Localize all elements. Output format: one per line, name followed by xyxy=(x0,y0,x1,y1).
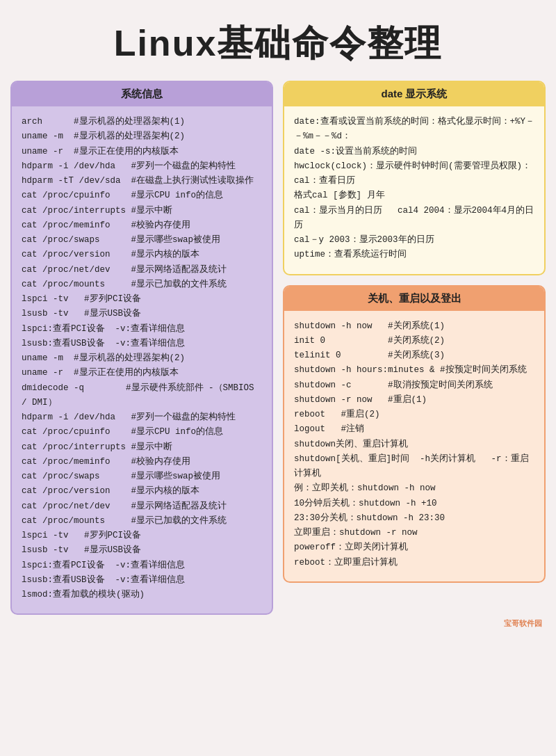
system-info-content: arch #显示机器的处理器架构(1) uname -m #显示机器的处理器架构… xyxy=(12,112,272,605)
shutdown-content: shutdown -h now #关闭系统(1) init 0 #关闭系统(2)… xyxy=(284,316,544,573)
date-display-content: date:查看或设置当前系统的时间：格式化显示时间：+%Y－－%m－－%d： d… xyxy=(284,112,544,266)
footer-watermark: 宝哥软件园 xyxy=(10,615,546,629)
system-info-header: 系统信息 xyxy=(12,82,272,106)
shutdown-box: 关机、重启以及登出 shutdown -h now #关闭系统(1) init … xyxy=(283,285,546,583)
shutdown-header: 关机、重启以及登出 xyxy=(284,287,544,311)
system-info-box: 系统信息 arch #显示机器的处理器架构(1) uname -m #显示机器的… xyxy=(10,81,273,615)
watermark-text: 宝哥软件园 xyxy=(504,619,542,627)
main-title: Linux基础命令整理 xyxy=(10,19,546,68)
left-column: 系统信息 arch #显示机器的处理器架构(1) uname -m #显示机器的… xyxy=(10,81,273,615)
date-display-header: date 显示系统 xyxy=(284,82,544,106)
title-section: Linux基础命令整理 xyxy=(10,7,546,81)
content-grid: 系统信息 arch #显示机器的处理器架构(1) uname -m #显示机器的… xyxy=(10,81,546,615)
right-column: date 显示系统 date:查看或设置当前系统的时间：格式化显示时间：+%Y－… xyxy=(283,81,546,583)
date-display-box: date 显示系统 date:查看或设置当前系统的时间：格式化显示时间：+%Y－… xyxy=(283,81,546,275)
page-wrapper: Linux基础命令整理 系统信息 arch #显示机器的处理器架构(1) una… xyxy=(0,0,556,643)
